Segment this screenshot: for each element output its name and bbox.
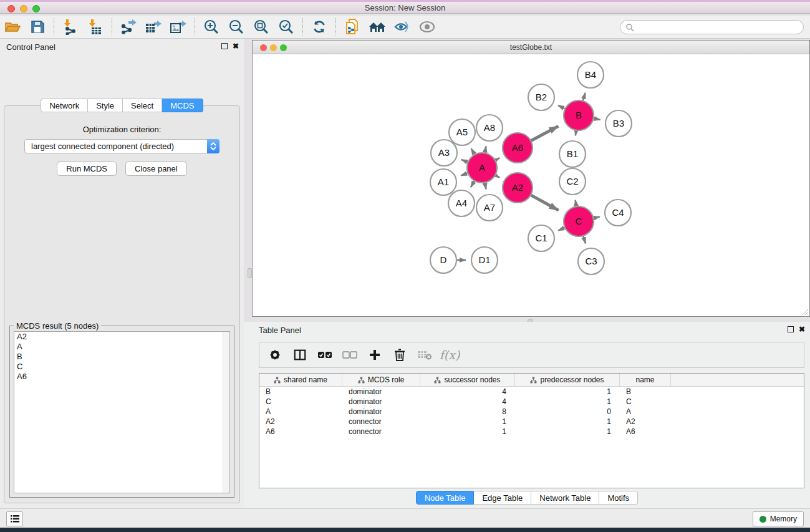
column-header-predecessor-nodes[interactable]: predecessor nodes (515, 374, 620, 386)
zoom-in-button[interactable] (201, 17, 222, 36)
table-row[interactable]: Cdominator41C (259, 397, 804, 407)
open-session-button[interactable] (2, 17, 23, 36)
cell-shared-name[interactable]: A2 (259, 417, 342, 427)
tab-edge-table[interactable]: Edge Table (474, 491, 531, 505)
search-box[interactable] (620, 20, 804, 34)
edge-A2-C[interactable] (529, 195, 558, 211)
node-A2[interactable]: A2 (503, 173, 533, 203)
automation-panel-button[interactable] (6, 511, 23, 526)
vertical-splitter-grip[interactable] (248, 268, 252, 278)
float-panel-icon[interactable] (221, 43, 228, 49)
criterion-dropdown[interactable]: largest connected component (directed) (24, 139, 219, 153)
column-header-shared-name[interactable]: shared name (259, 374, 342, 386)
node-A3[interactable]: A3 (431, 140, 457, 166)
cell-MCDS-role[interactable]: dominator (342, 387, 420, 397)
table-row[interactable]: A6connector11A6 (259, 427, 804, 437)
export-image-button[interactable] (168, 17, 189, 36)
run-mcds-button[interactable]: Run MCDS (57, 162, 117, 176)
cell-predecessor-nodes[interactable]: 1 (515, 427, 620, 437)
cell-shared-name[interactable]: B (259, 387, 342, 397)
node-B1[interactable]: B1 (559, 141, 586, 167)
node-A7[interactable]: A7 (476, 195, 503, 221)
zoom-out-button[interactable] (226, 17, 247, 36)
node-table[interactable]: shared nameMCDS rolesuccessor nodesprede… (259, 373, 804, 488)
search-input[interactable] (634, 21, 803, 34)
node-A5[interactable]: A5 (449, 119, 475, 145)
result-scrollbar[interactable] (223, 332, 229, 493)
cell-predecessor-nodes[interactable]: 1 (515, 417, 620, 427)
cell-MCDS-role[interactable]: dominator (342, 407, 420, 417)
cell-successor-nodes[interactable]: 1 (420, 427, 515, 437)
refresh-button[interactable] (309, 17, 330, 36)
node-B[interactable]: B (564, 100, 594, 130)
export-table-button[interactable] (143, 17, 164, 36)
memory-button[interactable]: Memory (753, 511, 804, 526)
result-item[interactable]: A6 (14, 372, 229, 382)
cell-predecessor-nodes[interactable]: 1 (515, 397, 620, 407)
cell-name[interactable]: A2 (620, 417, 671, 427)
cell-MCDS-role[interactable]: dominator (342, 397, 420, 407)
hide-graphics-details-button[interactable] (392, 17, 413, 36)
window-resize-grip[interactable] (801, 308, 809, 316)
close-panel-icon[interactable]: ✖ (233, 42, 239, 51)
network-from-file-button[interactable] (342, 17, 363, 36)
node-D1[interactable]: D1 (471, 247, 498, 273)
node-B2[interactable]: B2 (528, 84, 554, 110)
network-window-titlebar[interactable]: testGlobe.txt (253, 41, 809, 54)
column-header-successor-nodes[interactable]: successor nodes (420, 374, 515, 386)
birds-eye-view-button[interactable] (417, 17, 438, 36)
tab-mcds[interactable]: MCDS (162, 99, 203, 112)
close-panel-button[interactable]: Close panel (125, 162, 187, 176)
cell-MCDS-role[interactable]: connector (342, 417, 420, 427)
column-header-MCDS-role[interactable]: MCDS role (342, 374, 420, 386)
deselect-all-rows-button[interactable] (342, 347, 358, 363)
result-item[interactable]: C (14, 362, 229, 372)
network-canvas[interactable]: B4B2BB3A5A8A6A3B1AA1C2A2A4A7C4CC1C3DD1 (253, 54, 809, 316)
zoom-fit-button[interactable] (251, 17, 272, 36)
tab-node-table[interactable]: Node Table (416, 491, 475, 505)
cell-shared-name[interactable]: C (259, 397, 342, 407)
tab-network-table[interactable]: Network Table (531, 491, 599, 505)
node-A1[interactable]: A1 (430, 169, 456, 195)
cell-successor-nodes[interactable]: 8 (420, 407, 515, 417)
tab-network[interactable]: Network (41, 99, 88, 112)
node-A8[interactable]: A8 (476, 115, 503, 141)
result-item[interactable]: A (14, 342, 229, 352)
node-C1[interactable]: C1 (528, 225, 554, 251)
node-C2[interactable]: C2 (559, 168, 586, 195)
node-D[interactable]: D (430, 247, 456, 273)
table-row[interactable]: Bdominator41B (259, 387, 804, 397)
cell-shared-name[interactable]: A6 (259, 427, 342, 437)
close-panel-icon[interactable]: ✖ (799, 325, 805, 334)
node-A4[interactable]: A4 (448, 190, 475, 216)
save-session-button[interactable] (27, 17, 48, 36)
delete-column-button[interactable] (392, 347, 408, 363)
table-settings-button[interactable] (267, 347, 283, 363)
cell-MCDS-role[interactable]: connector (342, 427, 420, 437)
node-C4[interactable]: C4 (605, 200, 631, 226)
cell-shared-name[interactable]: A (259, 407, 342, 417)
node-B3[interactable]: B3 (605, 110, 632, 137)
tab-motifs[interactable]: Motifs (599, 491, 638, 505)
home-button[interactable] (367, 17, 388, 36)
node-A[interactable]: A (467, 153, 497, 183)
import-network-button[interactable] (60, 17, 81, 36)
float-panel-icon[interactable] (788, 326, 794, 332)
delete-table-button[interactable] (417, 347, 433, 363)
function-builder-button[interactable]: f(x) (441, 347, 458, 363)
show-column-panel-button[interactable] (292, 347, 308, 363)
table-row[interactable]: Adominator80A (259, 407, 804, 417)
cell-name[interactable]: B (620, 387, 671, 397)
cell-successor-nodes[interactable]: 4 (420, 387, 515, 397)
cell-name[interactable]: A (620, 407, 671, 417)
node-A6[interactable]: A6 (503, 133, 533, 163)
tab-select[interactable]: Select (123, 99, 162, 112)
table-row[interactable]: A2connector11A2 (259, 417, 804, 427)
cell-name[interactable]: A6 (620, 427, 671, 437)
cell-successor-nodes[interactable]: 4 (420, 397, 515, 407)
tab-style[interactable]: Style (88, 99, 123, 112)
export-network-button[interactable] (118, 17, 139, 36)
cell-predecessor-nodes[interactable]: 1 (515, 387, 620, 397)
create-column-button[interactable] (367, 347, 383, 363)
mcds-result-list[interactable]: A2ABCA6 (14, 331, 230, 493)
